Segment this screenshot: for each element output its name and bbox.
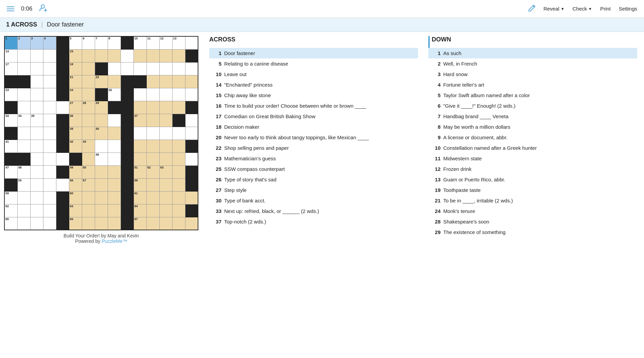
grid-cell[interactable] — [133, 140, 146, 153]
crossword-grid[interactable]: 1234567810111213141517182122232425272829… — [4, 36, 198, 230]
grid-cell[interactable] — [43, 217, 56, 230]
grid-cell[interactable] — [56, 114, 69, 127]
grid-cell[interactable] — [185, 88, 198, 101]
add-user-icon[interactable] — [39, 3, 48, 14]
grid-cell[interactable] — [172, 165, 185, 178]
grid-cell[interactable]: 53 — [159, 165, 172, 178]
grid-cell[interactable] — [159, 127, 172, 140]
grid-cell[interactable] — [95, 178, 108, 191]
grid-cell[interactable]: 51 — [133, 165, 146, 178]
grid-cell[interactable]: 5 — [69, 36, 82, 49]
grid-cell[interactable] — [108, 114, 121, 127]
grid-cell[interactable] — [82, 191, 95, 204]
grid-cell[interactable] — [43, 191, 56, 204]
clue-item[interactable]: 7Handbag brand ____ Veneta — [428, 111, 637, 122]
grid-cell[interactable] — [30, 88, 43, 101]
clue-item[interactable]: 9A license or document, abbr. — [428, 132, 637, 143]
grid-cell[interactable] — [185, 204, 198, 217]
grid-cell[interactable] — [185, 49, 198, 62]
grid-cell[interactable] — [133, 127, 146, 140]
grid-cell[interactable] — [4, 153, 17, 165]
grid-cell[interactable] — [82, 62, 95, 75]
grid-cell[interactable] — [56, 191, 69, 204]
grid-cell[interactable] — [56, 204, 69, 217]
grid-cell[interactable] — [43, 178, 56, 191]
grid-cell[interactable]: 50 — [82, 165, 95, 178]
grid-cell[interactable] — [43, 165, 56, 178]
grid-cell[interactable] — [56, 178, 69, 191]
grid-cell[interactable]: 36 — [69, 114, 82, 127]
grid-cell[interactable] — [159, 101, 172, 114]
grid-cell[interactable] — [146, 204, 159, 217]
grid-cell[interactable] — [30, 217, 43, 230]
clue-item[interactable]: 33Next up: refried, black, or ______ (2 … — [209, 206, 418, 216]
clue-item[interactable]: 4Fortune teller's art — [428, 79, 637, 90]
grid-cell[interactable] — [185, 114, 198, 127]
grid-cell[interactable]: 41 — [4, 140, 17, 153]
grid-cell[interactable]: 61 — [133, 191, 146, 204]
grid-cell[interactable] — [108, 62, 121, 75]
grid-cell[interactable] — [82, 153, 95, 165]
clue-item[interactable]: 1As such — [428, 48, 637, 58]
grid-cell[interactable] — [30, 127, 43, 140]
clue-item[interactable]: 16Time to build your order! Choose betwe… — [209, 101, 418, 111]
grid-cell[interactable]: 6 — [82, 36, 95, 49]
grid-cell[interactable]: 27 — [69, 101, 82, 114]
grid-cell[interactable]: 62 — [4, 204, 17, 217]
grid-cell[interactable] — [172, 178, 185, 191]
grid-cell[interactable] — [82, 88, 95, 101]
grid-cell[interactable] — [30, 165, 43, 178]
grid-cell[interactable]: 33 — [4, 114, 17, 127]
grid-cell[interactable]: 2 — [17, 36, 30, 49]
grid-cell[interactable] — [121, 36, 133, 49]
grid-cell[interactable] — [56, 88, 69, 101]
clue-item[interactable]: 37Top-notch (2 wds.) — [209, 216, 418, 227]
grid-cell[interactable]: 34 — [17, 114, 30, 127]
grid-cell[interactable] — [121, 191, 133, 204]
grid-cell[interactable] — [69, 153, 82, 165]
grid-cell[interactable] — [121, 204, 133, 217]
grid-cell[interactable] — [172, 191, 185, 204]
settings-button[interactable]: Settings — [619, 6, 637, 12]
clue-item[interactable]: 10Constellation named after a Greek hunt… — [428, 143, 637, 153]
grid-cell[interactable] — [43, 114, 56, 127]
grid-cell[interactable] — [121, 165, 133, 178]
grid-cell[interactable] — [121, 140, 133, 153]
clue-item[interactable]: 8May be worth a million dollars — [428, 122, 637, 132]
grid-cell[interactable]: 8 — [108, 36, 121, 49]
grid-cell[interactable] — [30, 153, 43, 165]
grid-cell[interactable] — [108, 153, 121, 165]
grid-cell[interactable] — [17, 204, 30, 217]
grid-cell[interactable] — [17, 88, 30, 101]
clue-item[interactable]: 28Shakespeare's soon — [428, 216, 637, 227]
grid-cell[interactable] — [146, 140, 159, 153]
grid-cell[interactable] — [121, 178, 133, 191]
pencil-icon[interactable] — [528, 4, 535, 13]
grid-cell[interactable] — [121, 217, 133, 230]
clue-item[interactable]: 22Shop selling pens and paper — [209, 143, 418, 153]
print-button[interactable]: Print — [600, 6, 611, 12]
grid-cell[interactable]: 49 — [69, 165, 82, 178]
grid-cell[interactable] — [17, 49, 30, 62]
grid-cell[interactable]: 7 — [95, 36, 108, 49]
grid-cell[interactable] — [172, 114, 185, 127]
grid-cell[interactable] — [108, 75, 121, 88]
grid-cell[interactable]: 3 — [30, 36, 43, 49]
clue-item[interactable]: 29The existence of something — [428, 227, 637, 237]
grid-cell[interactable] — [172, 62, 185, 75]
grid-cell[interactable]: 18 — [69, 62, 82, 75]
grid-cell[interactable] — [17, 75, 30, 88]
grid-cell[interactable] — [146, 217, 159, 230]
grid-cell[interactable] — [43, 75, 56, 88]
grid-cell[interactable]: 60 — [69, 191, 82, 204]
grid-cell[interactable] — [133, 153, 146, 165]
grid-cell[interactable]: 17 — [4, 62, 17, 75]
grid-cell[interactable] — [30, 178, 43, 191]
grid-cell[interactable]: 66 — [69, 217, 82, 230]
clue-item[interactable]: 5Taylor Swift album named after a color — [428, 90, 637, 101]
grid-cell[interactable]: 35 — [30, 114, 43, 127]
grid-cell[interactable] — [108, 178, 121, 191]
grid-cell[interactable] — [172, 127, 185, 140]
grid-cell[interactable]: 13 — [172, 36, 185, 49]
grid-cell[interactable] — [121, 127, 133, 140]
